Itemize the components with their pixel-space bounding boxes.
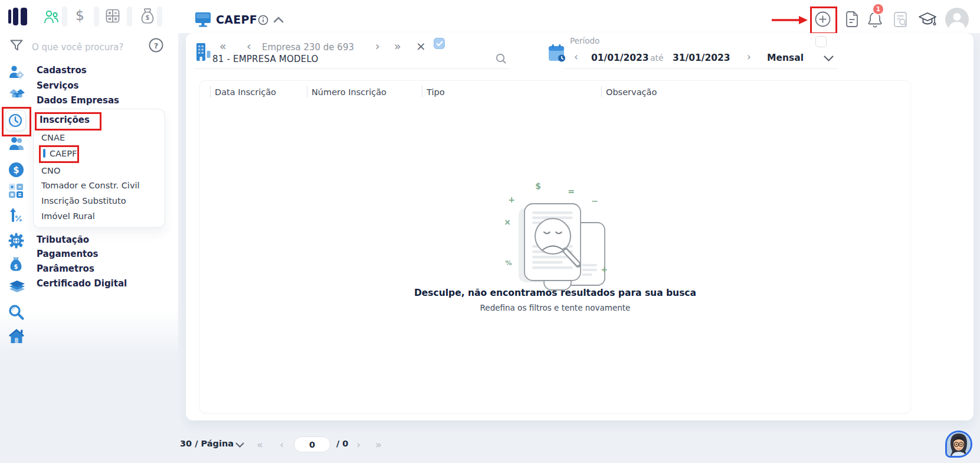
document-icon[interactable] — [845, 11, 859, 28]
submenu-item-cno[interactable]: CNO — [41, 166, 60, 175]
period-until-label: até — [650, 53, 664, 63]
sidebar-item-certificado-digital[interactable]: Certificado Digital — [37, 278, 127, 289]
page-title: CAEPF — [216, 13, 257, 26]
page-size-select[interactable]: 30 / Página — [180, 439, 234, 448]
empty-state-illustration: $ = + − × % + — [492, 175, 619, 294]
period-next-button[interactable]: › — [747, 52, 751, 62]
column-separator — [307, 86, 307, 97]
svg-text:+: + — [601, 265, 608, 274]
period-mode-select[interactable]: Mensal — [767, 53, 804, 63]
calendar-icon — [548, 44, 566, 63]
pagination-last-button[interactable]: » — [375, 439, 382, 450]
period-prev-button[interactable]: ‹ — [574, 52, 578, 62]
module-separator — [62, 6, 67, 27]
column-header-data-inscricao: Data Inscrição — [215, 87, 276, 97]
submenu-item-inscricao-substituto[interactable]: Inscrição Substituto — [41, 196, 126, 206]
sidebar-calculator-icon[interactable] — [8, 183, 24, 198]
submenu-active-indicator — [43, 149, 45, 158]
pagination-prev-button[interactable]: ‹ — [280, 439, 284, 450]
help-icon[interactable]: ? — [149, 38, 163, 53]
symbol-dollar: $ — [535, 181, 541, 191]
sidebar-item-servicos[interactable]: Serviços — [37, 80, 78, 91]
column-header-observacao: Observação — [606, 87, 657, 97]
company-prev-button[interactable]: ‹ — [247, 41, 251, 52]
submenu-item-cnae[interactable]: CNAE — [41, 133, 65, 142]
pagination-next-button[interactable]: › — [356, 439, 360, 450]
column-separator — [422, 86, 422, 97]
column-separator — [210, 86, 211, 97]
sidebar-handshake-icon[interactable] — [8, 87, 26, 102]
svg-text:=: = — [568, 187, 575, 196]
learning-graduation-cap-icon[interactable] — [918, 11, 937, 28]
column-header-numero-inscricao: Número Inscrição — [312, 87, 386, 97]
add-record-icon[interactable] — [815, 11, 831, 27]
sidebar-item-cadastros[interactable]: Cadastros — [37, 65, 87, 76]
submenu-item-imovel-rural[interactable]: Imóvel Rural — [41, 211, 95, 221]
company-search-icon[interactable] — [496, 53, 507, 64]
assistant-avatar[interactable] — [945, 431, 972, 458]
building-icon — [195, 43, 211, 61]
user-avatar[interactable] — [945, 8, 969, 31]
module-money-bag-icon[interactable] — [139, 8, 156, 25]
sidebar-item-inscricoes[interactable]: Inscrições — [40, 115, 90, 125]
company-next-button[interactable]: › — [375, 41, 380, 52]
company-name-input[interactable]: 81 - EMPRESA MODELO — [212, 54, 318, 64]
sidebar-gear-icon[interactable] — [8, 233, 24, 249]
current-page-input[interactable]: 0 — [294, 436, 330, 452]
company-nav-label: Empresa 230 de 693 — [262, 42, 354, 53]
app-logo[interactable] — [8, 8, 27, 25]
period-mode-chevron-down-icon[interactable] — [824, 56, 834, 61]
submenu-item-tomador[interactable]: Tomador e Constr. Civil — [41, 181, 140, 190]
sidebar-money-bag-icon[interactable]: $ — [8, 256, 24, 272]
company-first-button[interactable]: « — [219, 41, 227, 52]
module-separator — [94, 6, 99, 27]
sidebar-trending-percent-icon[interactable] — [8, 207, 24, 222]
company-last-button[interactable]: » — [394, 41, 401, 52]
info-icon[interactable] — [258, 15, 268, 25]
period-end-date[interactable]: 31/01/2023 — [673, 53, 730, 63]
svg-text:−: − — [591, 196, 598, 206]
sidebar-clock-icon[interactable] — [5, 110, 26, 131]
period-label: Período — [570, 36, 599, 45]
sidebar-search-icon[interactable] — [8, 304, 24, 320]
filter-funnel-icon[interactable] — [9, 38, 24, 53]
sidebar-item-tributacao[interactable]: Tributação — [37, 234, 89, 245]
sidebar-search-input[interactable] — [31, 39, 145, 56]
empty-state-subtitle: Redefina os filtros e tente novamente — [200, 303, 910, 312]
sidebar-home-icon[interactable] — [8, 328, 25, 344]
page-size-chevron-down-icon[interactable] — [235, 442, 244, 448]
pagination-first-button[interactable]: « — [257, 439, 263, 450]
module-separator — [127, 6, 132, 27]
sidebar-layers-icon[interactable] — [8, 280, 26, 295]
svg-text:+: + — [508, 195, 515, 204]
empty-state-title: Desculpe, não encontramos resultados par… — [200, 288, 910, 298]
period-start-date[interactable]: 01/01/2023 — [591, 53, 649, 63]
submenu-item-caepf[interactable]: CAEPF — [50, 149, 77, 158]
module-separator — [157, 6, 162, 27]
secondary-checkbox[interactable] — [815, 36, 827, 47]
column-separator — [601, 86, 602, 97]
svg-text:$: $ — [14, 263, 18, 270]
period-input-underline — [563, 69, 838, 69]
help-glyph: ? — [154, 41, 159, 50]
sidebar-item-pagamentos[interactable]: Pagamentos — [37, 249, 98, 259]
module-people-icon[interactable] — [44, 9, 60, 24]
company-clear-button[interactable]: × — [416, 40, 426, 52]
sidebar-item-parametros[interactable]: Parâmetros — [37, 263, 94, 274]
module-calculator-icon[interactable] — [106, 9, 120, 23]
company-filter-checkbox[interactable] — [434, 38, 445, 49]
sidebar-user-gear-icon[interactable] — [8, 64, 24, 80]
svg-text:$: $ — [13, 165, 19, 175]
total-pages-label: / 0 — [336, 439, 348, 448]
results-table: Data Inscrição Número Inscrição Tipo Obs… — [199, 80, 911, 413]
module-dollar-icon[interactable]: $ — [76, 8, 84, 23]
company-input-underline — [195, 69, 510, 69]
sidebar-item-dados-empresas[interactable]: Dados Empresas — [37, 95, 119, 106]
monitor-icon — [195, 12, 211, 28]
sidebar-dollar-icon[interactable]: $ — [8, 162, 24, 178]
top-bar: $ — [0, 0, 980, 33]
collapse-chevron-up-icon[interactable] — [273, 17, 284, 23]
sidebar-people-icon[interactable] — [8, 136, 25, 151]
audit-search-icon[interactable] — [893, 11, 909, 28]
notification-badge: 1 — [873, 4, 883, 14]
